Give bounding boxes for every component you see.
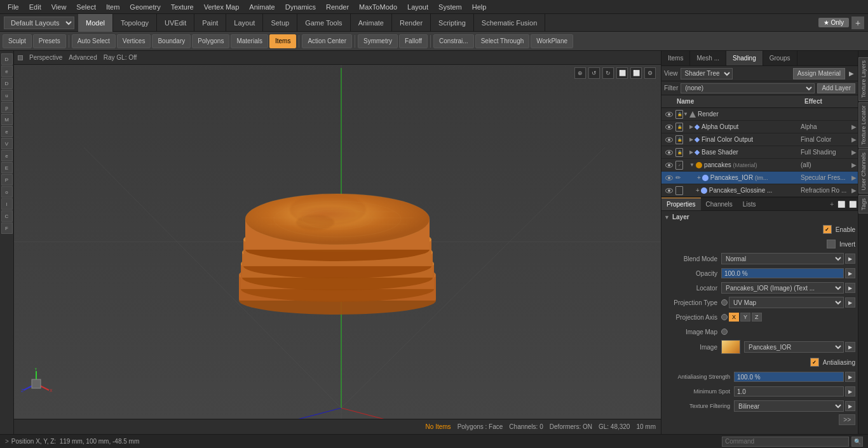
- menu-item[interactable]: Item: [101, 2, 125, 12]
- finalcolor-arrow[interactable]: ▶: [851, 136, 857, 143]
- vis-alpha[interactable]: [663, 125, 675, 130]
- projection-type-arrow[interactable]: ▶: [845, 297, 855, 308]
- shader-tree-select[interactable]: Shader Tree: [681, 68, 733, 79]
- sidebar-icon-15[interactable]: F: [1, 222, 13, 234]
- panel-tab-shading[interactable]: Shading: [726, 51, 763, 65]
- layout-tab-render[interactable]: Render: [392, 14, 431, 32]
- pp-tab-channels[interactable]: Channels: [701, 198, 738, 210]
- assign-material-button[interactable]: Assign Material: [793, 68, 845, 79]
- lock-base[interactable]: 🔒: [675, 148, 683, 157]
- sidebar-icon-5[interactable]: p: [1, 102, 13, 113]
- menu-view[interactable]: View: [46, 2, 72, 12]
- search-icon-button[interactable]: 🔍: [851, 437, 863, 447]
- edge-tab-texture-locator[interactable]: Texture Locator: [858, 102, 869, 148]
- texture-filtering-arrow[interactable]: ▶: [845, 401, 855, 411]
- sidebar-icon-14[interactable]: C: [1, 210, 13, 222]
- viewport-icon-6[interactable]: ⚙: [644, 67, 656, 79]
- sidebar-icon-2[interactable]: e: [1, 65, 13, 77]
- layout-tab-game-tools[interactable]: Game Tools: [297, 14, 351, 32]
- image-select[interactable]: Pancakes_IOR: [744, 341, 844, 353]
- layout-tab-topology[interactable]: Topology: [113, 14, 157, 32]
- shader-row-base[interactable]: 🔒 ▶ Base Shader Full Shading ▶: [661, 146, 858, 159]
- vis-ior[interactable]: [663, 175, 675, 180]
- viewport-icon-3[interactable]: ↻: [602, 67, 614, 79]
- menu-animate[interactable]: Animate: [244, 2, 280, 12]
- action-center-button[interactable]: Action Center: [302, 34, 352, 48]
- sidebar-icon-1[interactable]: D: [1, 53, 13, 65]
- viewport-collapse[interactable]: [18, 55, 23, 60]
- symmetry-button[interactable]: Symmetry: [358, 34, 398, 48]
- antialiasing-checkbox[interactable]: ✓: [810, 358, 819, 367]
- lock-render[interactable]: 🔒: [675, 110, 683, 119]
- expand-pancakes[interactable]: ▼: [689, 162, 695, 168]
- shader-row-finalcolor[interactable]: 🔒 ▶ Final Color Output Final Color ▶: [661, 133, 858, 146]
- expand-render[interactable]: ▼: [683, 111, 688, 117]
- vis-pancakes[interactable]: [663, 163, 675, 168]
- edge-tab-user-channels[interactable]: User Channels: [858, 149, 869, 194]
- layout-tab-schematic-fusion[interactable]: Schematic Fusion: [474, 14, 545, 32]
- shader-row-ior[interactable]: ✏ + Pancakes_IOR (Im... Specular Fres...…: [661, 172, 858, 184]
- sidebar-icon-10[interactable]: E: [1, 162, 13, 173]
- status-arrow-left[interactable]: >: [5, 438, 9, 445]
- add-layer-button[interactable]: Add Layer: [817, 83, 855, 93]
- boundary-button[interactable]: Boundary: [152, 34, 191, 48]
- shader-expand-icon[interactable]: ▶: [848, 70, 855, 77]
- pancakes-arrow[interactable]: ▶: [851, 161, 857, 168]
- select-through-button[interactable]: Select Through: [475, 34, 530, 48]
- items-button[interactable]: Items: [269, 34, 296, 48]
- layout-tab-model[interactable]: Model: [78, 14, 113, 32]
- locator-arrow[interactable]: ▶: [845, 283, 855, 293]
- menu-dynamics[interactable]: Dynamics: [280, 2, 321, 12]
- menu-file[interactable]: File: [3, 2, 24, 12]
- viewport-icon-4[interactable]: ⬜: [616, 67, 628, 79]
- expand-alpha[interactable]: ▶: [689, 124, 693, 130]
- expand-finalcolor[interactable]: ▶: [689, 137, 693, 142]
- panel-tab-mesh[interactable]: Mesh ...: [690, 51, 726, 65]
- raygl-label[interactable]: Ray GL: Off: [104, 54, 137, 61]
- enable-checkbox[interactable]: ✓: [823, 225, 832, 234]
- workplane-button[interactable]: WorkPlane: [531, 34, 573, 48]
- menu-vertex-map[interactable]: Vertex Map: [199, 2, 245, 12]
- falloff-button[interactable]: Falloff: [399, 34, 428, 48]
- advanced-label[interactable]: Advanced: [69, 54, 97, 61]
- props-icon-3[interactable]: ⬜: [848, 201, 858, 208]
- menu-geometry[interactable]: Geometry: [125, 2, 165, 12]
- proj-z-button[interactable]: Z: [752, 313, 762, 322]
- lock-finalcolor[interactable]: 🔒: [675, 135, 683, 144]
- menu-edit[interactable]: Edit: [24, 2, 46, 12]
- menu-layout[interactable]: Layout: [402, 2, 433, 12]
- command-input[interactable]: [722, 437, 849, 447]
- proj-type-radio[interactable]: [721, 299, 728, 306]
- projection-type-select[interactable]: UV Map: [729, 297, 844, 308]
- sidebar-icon-4[interactable]: u: [1, 90, 13, 101]
- layer-collapse[interactable]: ▼: [664, 214, 670, 221]
- sidebar-icon-12[interactable]: o: [1, 186, 13, 198]
- menu-render[interactable]: Render: [321, 2, 354, 12]
- shader-row-alpha[interactable]: 🔒 ▶ Alpha Output Alpha ▶: [661, 121, 858, 133]
- viewport-icon-1[interactable]: ⊕: [574, 67, 586, 79]
- menu-system[interactable]: System: [433, 2, 467, 12]
- panel-tab-groups[interactable]: Groups: [763, 51, 797, 65]
- sculpt-button[interactable]: Sculpt: [3, 34, 32, 48]
- vis-finalcolor[interactable]: [663, 137, 675, 142]
- sidebar-icon-3[interactable]: D: [1, 78, 13, 89]
- imagemap-radio[interactable]: [721, 329, 728, 335]
- props-icon-2[interactable]: ⬜: [836, 201, 846, 208]
- blend-mode-arrow[interactable]: ▶: [845, 254, 855, 264]
- polygons-button[interactable]: Polygons: [192, 34, 229, 48]
- proj-x-button[interactable]: X: [729, 313, 739, 322]
- viewport-icon-2[interactable]: ↺: [588, 67, 600, 79]
- image-arrow[interactable]: ▶: [845, 342, 855, 352]
- locator-select[interactable]: Pancakes_IOR (Image) (Text ...: [721, 282, 844, 294]
- add-layout-button[interactable]: +: [851, 17, 864, 29]
- vis-base[interactable]: [663, 150, 675, 155]
- sidebar-icon-13[interactable]: l: [1, 198, 13, 210]
- lock-glossine[interactable]: [675, 186, 683, 195]
- filter-select[interactable]: (none): [681, 83, 815, 93]
- pp-tab-lists[interactable]: Lists: [738, 198, 761, 210]
- aa-strength-arrow[interactable]: ▶: [845, 372, 855, 382]
- menu-maxtomodo[interactable]: MaxToModo: [354, 2, 402, 12]
- pp-tab-properties[interactable]: Properties: [661, 198, 701, 210]
- proj-y-button[interactable]: Y: [740, 313, 750, 322]
- viewport-icon-5[interactable]: ⬜: [630, 67, 642, 79]
